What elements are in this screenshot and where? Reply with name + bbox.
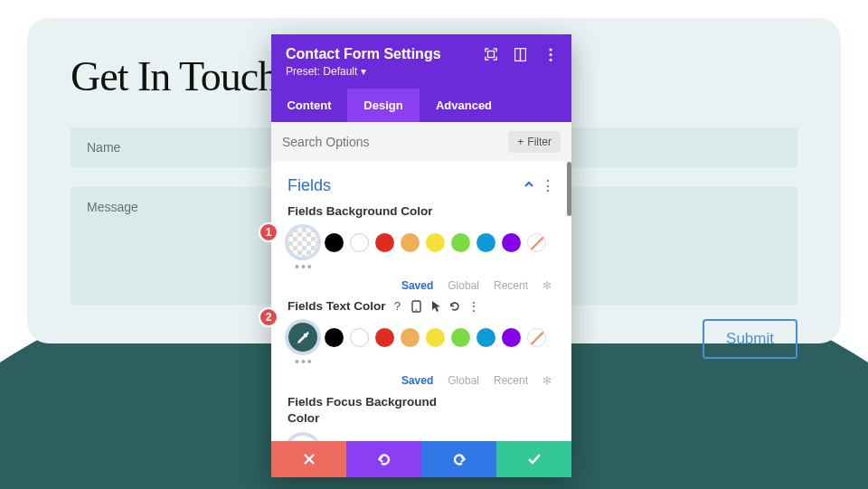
- more-dots-icon[interactable]: •••: [288, 259, 555, 274]
- color-swatch[interactable]: [350, 233, 369, 252]
- option-label: Fields Focus Background Color: [288, 394, 450, 426]
- annotation-badge-1: 1: [259, 222, 278, 242]
- swatch-row: [288, 322, 555, 353]
- gear-icon[interactable]: ✻: [542, 279, 552, 292]
- more-dots-icon[interactable]: •••: [288, 354, 555, 369]
- color-swatch[interactable]: [451, 233, 470, 252]
- section-header-fields[interactable]: Fields ⋮: [273, 162, 570, 204]
- search-input[interactable]: [282, 135, 508, 149]
- option-footer: Saved Global Recent ✻: [288, 279, 555, 292]
- footer-global[interactable]: Global: [448, 279, 479, 292]
- preset-label: Preset: Default: [286, 65, 357, 78]
- tab-design[interactable]: Design: [347, 89, 420, 122]
- chevron-up-icon[interactable]: [523, 178, 535, 194]
- panel-title: Contact Form Settings: [286, 46, 441, 62]
- search-row: + Filter: [271, 122, 571, 162]
- preset-dropdown[interactable]: Preset: Default ▾: [286, 65, 557, 78]
- section-actions: ⋮: [523, 178, 555, 194]
- close-icon: [303, 453, 316, 465]
- color-swatch[interactable]: [325, 233, 344, 252]
- scrollbar-thumb[interactable]: [567, 162, 571, 216]
- panel-title-row: Contact Form Settings: [286, 46, 557, 62]
- plus-icon: +: [517, 136, 524, 148]
- swatch-row: [288, 435, 555, 441]
- color-swatch[interactable]: [375, 328, 394, 347]
- tab-advanced[interactable]: Advanced: [420, 89, 508, 122]
- section-title: Fields: [288, 176, 331, 195]
- panel-header: Contact Form Settings Preset: Default ▾: [271, 34, 571, 89]
- more-vertical-icon[interactable]: ⋮: [467, 300, 480, 313]
- color-swatch[interactable]: [401, 233, 420, 252]
- option-fields-text-color: Fields Text Color ? ⋮: [273, 299, 570, 394]
- expand-icon[interactable]: [484, 48, 497, 61]
- redo-button[interactable]: [421, 441, 496, 477]
- svg-point-5: [549, 58, 552, 61]
- option-label-text: Fields Text Color: [288, 299, 386, 313]
- color-swatch[interactable]: [350, 328, 369, 347]
- option-tools: ? ⋮: [392, 300, 480, 313]
- columns-icon[interactable]: [514, 48, 527, 61]
- color-swatch[interactable]: [426, 328, 445, 347]
- color-swatch[interactable]: [476, 328, 495, 347]
- hover-cursor-icon[interactable]: [429, 300, 442, 313]
- help-icon[interactable]: ?: [392, 300, 404, 313]
- undo-button[interactable]: [346, 441, 421, 477]
- footer-global[interactable]: Global: [448, 374, 479, 387]
- redo-icon: [451, 452, 467, 466]
- gear-icon[interactable]: ✻: [542, 374, 552, 387]
- caret-down-icon: ▾: [361, 65, 366, 78]
- panel-tabs: Content Design Advanced: [271, 89, 571, 122]
- more-vertical-icon[interactable]: ⋮: [541, 179, 555, 193]
- settings-panel: Contact Form Settings Preset: Default ▾ …: [271, 34, 571, 477]
- color-swatch[interactable]: [502, 328, 521, 347]
- more-vertical-icon[interactable]: [543, 48, 557, 61]
- color-swatch[interactable]: [375, 233, 394, 252]
- color-swatch[interactable]: [426, 233, 445, 252]
- eyedropper-swatch[interactable]: [288, 435, 318, 441]
- transparent-swatch[interactable]: [288, 227, 318, 258]
- undo-icon: [376, 452, 392, 466]
- footer-saved[interactable]: Saved: [401, 374, 433, 387]
- svg-point-7: [416, 309, 418, 311]
- footer-recent[interactable]: Recent: [494, 374, 528, 387]
- reset-icon[interactable]: [448, 300, 461, 313]
- color-swatch[interactable]: [451, 328, 470, 347]
- responsive-icon[interactable]: [410, 300, 423, 313]
- eyedropper-icon: [296, 330, 310, 344]
- option-fields-focus-bg-color: Fields Focus Background Color: [273, 394, 570, 441]
- filter-button[interactable]: + Filter: [508, 131, 561, 153]
- tab-content[interactable]: Content: [271, 89, 347, 122]
- footer-recent[interactable]: Recent: [494, 279, 528, 292]
- option-label: Fields Background Color: [288, 204, 555, 218]
- color-swatch[interactable]: [476, 233, 495, 252]
- close-button[interactable]: [271, 441, 346, 477]
- filter-label: Filter: [527, 136, 552, 148]
- panel-footer: [271, 441, 571, 477]
- panel-header-icons: [484, 48, 557, 61]
- eyedropper-swatch[interactable]: [288, 322, 318, 353]
- svg-point-4: [549, 53, 552, 56]
- option-label: Fields Text Color ? ⋮: [288, 299, 555, 313]
- footer-saved[interactable]: Saved: [401, 279, 433, 292]
- annotation-badge-2: 2: [259, 307, 278, 327]
- svg-point-3: [549, 48, 552, 51]
- save-button[interactable]: [496, 441, 571, 477]
- svg-rect-0: [487, 52, 494, 58]
- none-swatch[interactable]: [527, 328, 546, 347]
- none-swatch[interactable]: [527, 233, 546, 252]
- color-swatch[interactable]: [502, 233, 521, 252]
- color-swatch[interactable]: [401, 328, 420, 347]
- swatch-row: [288, 227, 555, 258]
- submit-button[interactable]: Submit: [703, 319, 797, 359]
- color-swatch[interactable]: [325, 328, 344, 347]
- option-footer: Saved Global Recent ✻: [288, 374, 555, 387]
- panel-scroll: Fields ⋮ Fields Background Color •••: [271, 162, 571, 441]
- check-icon: [527, 453, 542, 465]
- option-fields-bg-color: Fields Background Color ••• Saved Global…: [273, 204, 570, 299]
